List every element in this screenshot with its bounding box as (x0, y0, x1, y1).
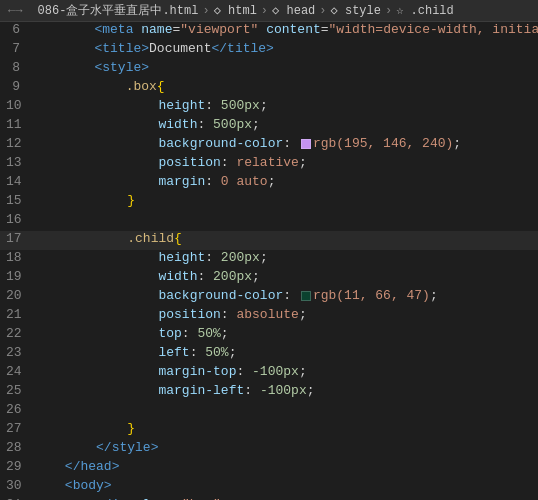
line-content[interactable]: <meta name="viewport" content="width=dev… (32, 22, 538, 37)
code-line: 26 (0, 402, 538, 421)
code-line: 9 .box{ (0, 79, 538, 98)
token (34, 231, 128, 246)
editor-area: 6 <meta name="viewport" content="width=d… (0, 22, 538, 500)
token: > (141, 41, 149, 56)
token: : (236, 364, 252, 379)
token: height (158, 250, 205, 265)
breadcrumb-sep2: › (261, 4, 268, 18)
token: height (158, 98, 205, 113)
line-content[interactable]: background-color: rgb(11, 66, 47); (34, 288, 538, 303)
code-line: 6 <meta name="viewport" content="width=d… (0, 22, 538, 41)
token: content (266, 22, 321, 37)
line-content[interactable]: </style> (34, 440, 538, 455)
token: 500px (221, 98, 260, 113)
token: relative (236, 155, 298, 170)
token: width (158, 117, 197, 132)
line-content[interactable]: .box{ (32, 79, 538, 94)
line-number: 19 (0, 269, 34, 284)
code-line: 8 <style> (0, 60, 538, 79)
line-content[interactable]: height: 200px; (34, 250, 538, 265)
breadcrumb-head[interactable]: ◇ head (272, 3, 315, 18)
line-content[interactable]: position: absolute; (34, 307, 538, 322)
line-content[interactable]: .child{ (34, 231, 538, 246)
breadcrumb-child[interactable]: ☆ .child (396, 3, 454, 18)
breadcrumb-sep (26, 4, 33, 18)
code-line: 13 position: relative; (0, 155, 538, 174)
token (34, 250, 159, 265)
line-content[interactable]: width: 500px; (34, 117, 538, 132)
token: background-color (158, 288, 283, 303)
line-number: 25 (0, 383, 34, 398)
line-content[interactable]: background-color: rgb(195, 146, 240); (34, 136, 538, 151)
token: Document (149, 41, 211, 56)
token (32, 22, 94, 37)
token: : (205, 98, 221, 113)
token: left (158, 345, 189, 360)
token: ; (221, 326, 229, 341)
line-content[interactable]: <body> (34, 478, 538, 493)
line-number: 20 (0, 288, 34, 303)
token: meta (102, 22, 133, 37)
token: ; (268, 174, 276, 189)
token: "width=device-width, initial-scale=1.0" (329, 22, 538, 37)
line-content[interactable]: top: 50%; (34, 326, 538, 341)
code-line: 22 top: 50%; (0, 326, 538, 345)
token (34, 478, 65, 493)
code-line: 7 <title>Document</title> (0, 41, 538, 60)
token (34, 421, 128, 436)
line-number: 16 (0, 212, 34, 227)
line-number: 27 (0, 421, 34, 436)
line-content[interactable]: margin-top: -100px; (34, 364, 538, 379)
line-content[interactable]: left: 50%; (34, 345, 538, 360)
line-number: 17 (0, 231, 34, 246)
token: 0 auto (221, 174, 268, 189)
code-line: 14 margin: 0 auto; (0, 174, 538, 193)
breadcrumb-html[interactable]: ◇ html (214, 3, 257, 18)
token: : (221, 155, 237, 170)
line-number: 12 (0, 136, 34, 151)
code-line: 10 height: 500px; (0, 98, 538, 117)
breadcrumb-style[interactable]: ◇ style (331, 3, 381, 18)
token (34, 193, 128, 208)
line-content[interactable]: } (34, 421, 538, 436)
breadcrumb-file[interactable]: 086-盒子水平垂直居中.html (38, 2, 199, 19)
token: = (321, 22, 329, 37)
token: style (112, 440, 151, 455)
line-content[interactable]: width: 200px; (34, 269, 538, 284)
token: } (127, 421, 135, 436)
code-line: 11 width: 500px; (0, 117, 538, 136)
line-content[interactable]: height: 500px; (34, 98, 538, 113)
token: </ (96, 440, 112, 455)
line-content[interactable]: margin-left: -100px; (34, 383, 538, 398)
token: absolute (236, 307, 298, 322)
code-line: 23 left: 50%; (0, 345, 538, 364)
line-content[interactable]: </head> (34, 459, 538, 474)
token: rgb(195, 146, 240) (313, 136, 453, 151)
line-number: 30 (0, 478, 34, 493)
token: </ (211, 41, 227, 56)
line-number: 24 (0, 364, 34, 379)
line-number: 8 (0, 60, 32, 75)
token: head (80, 459, 111, 474)
line-content[interactable]: position: relative; (34, 155, 538, 170)
token (34, 326, 159, 341)
token: margin-top (158, 364, 236, 379)
code-line: 18 height: 200px; (0, 250, 538, 269)
color-swatch (301, 291, 311, 301)
line-content[interactable]: margin: 0 auto; (34, 174, 538, 189)
breadcrumb-nav[interactable]: ←→ (8, 4, 22, 18)
code-line: 25 margin-left: -100px; (0, 383, 538, 402)
token: : (190, 345, 206, 360)
line-number: 9 (0, 79, 32, 94)
token: 200px (213, 269, 252, 284)
line-number: 10 (0, 98, 34, 113)
line-content[interactable]: } (34, 193, 538, 208)
line-number: 23 (0, 345, 34, 360)
line-content[interactable]: <style> (32, 60, 538, 75)
token: "viewport" (180, 22, 258, 37)
token: ; (252, 269, 260, 284)
token: -100px (252, 364, 299, 379)
line-content[interactable]: <title>Document</title> (32, 41, 538, 56)
token: { (157, 79, 165, 94)
token: ; (299, 307, 307, 322)
